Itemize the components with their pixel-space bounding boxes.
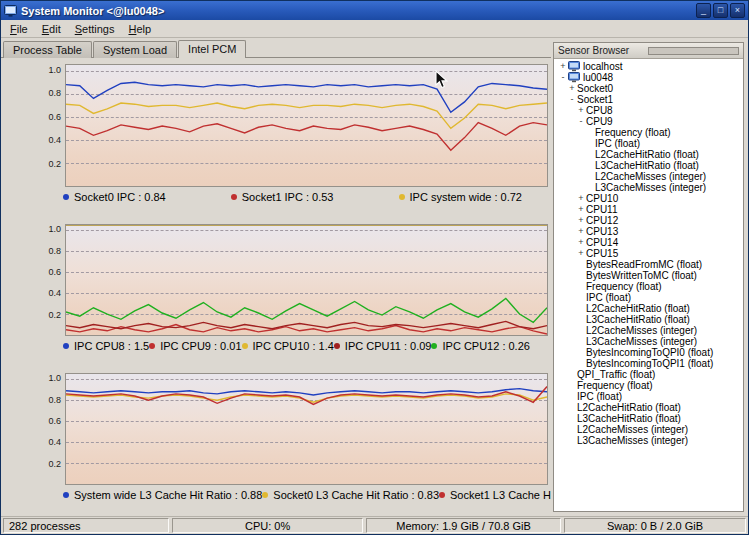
expand-icon[interactable]: + (576, 238, 586, 247)
legend-color-icon (439, 492, 445, 498)
tree-item-l2cachehitratio-float[interactable]: L2CacheHitRatio (float) (555, 149, 743, 160)
legend-color-icon (399, 194, 405, 200)
expand-icon[interactable]: + (576, 216, 586, 225)
tree-item-l2cachemisses-integer[interactable]: L2CacheMisses (integer) (555, 171, 743, 182)
menu-edit[interactable]: Edit (35, 22, 68, 36)
tree-item-cpu10[interactable]: +CPU10 (555, 193, 743, 204)
tree-item-l2cachehitratio-float[interactable]: L2CacheHitRatio (float) (555, 303, 743, 314)
expand-icon[interactable]: + (558, 62, 568, 71)
plot-l3-cache[interactable] (65, 373, 548, 485)
tree-item-socket1[interactable]: -Socket1 (555, 94, 743, 105)
tree-item-label: L3CacheMisses (integer) (586, 336, 697, 347)
collapse-icon[interactable]: - (576, 117, 586, 126)
tab-system-load[interactable]: System Load (93, 41, 177, 58)
tree-item-l3cachemisses-integer[interactable]: L3CacheMisses (integer) (555, 435, 743, 446)
legend-label: Socket0 IPC : 0.84 (74, 191, 166, 203)
expand-icon[interactable]: + (576, 106, 586, 115)
tab-process-table[interactable]: Process Table (3, 41, 92, 58)
titlebar[interactable]: System Monitor <@lu0048> _ □ × (1, 1, 748, 20)
tree-item-cpu8[interactable]: +CPU8 (555, 105, 743, 116)
tree-item-ipc-float[interactable]: IPC (float) (555, 292, 743, 303)
tree-item-label: L3CacheMisses (integer) (577, 435, 688, 446)
y-tick-label: 0.2 (48, 159, 61, 169)
series-ipc-cpu11 (66, 321, 547, 328)
legend-color-icon (242, 343, 248, 349)
tree-item-ipc-float[interactable]: IPC (float) (555, 138, 743, 149)
tree-item-l3cachehitratio-float[interactable]: L3CacheHitRatio (float) (555, 160, 743, 171)
tree-item-localhost[interactable]: +localhost (555, 61, 743, 72)
tree-item-label: L2CacheMisses (integer) (577, 424, 688, 435)
status-processes: 282 processes (3, 518, 169, 533)
menu-settings[interactable]: Settings (68, 22, 122, 36)
maximize-button[interactable]: □ (713, 3, 728, 18)
y-tick-label: 0.2 (48, 310, 61, 320)
tree-item-bytesreadfrommc-float[interactable]: BytesReadFromMC (float) (555, 259, 743, 270)
computer-icon (568, 72, 580, 83)
tree-item-qpi-traffic-float[interactable]: QPI_Traffic (float) (555, 369, 743, 380)
tree-item-bytesincomingtoqpi1-float[interactable]: BytesIncomingToQPI1 (float) (555, 358, 743, 369)
tree-item-cpu15[interactable]: +CPU15 (555, 248, 743, 259)
titlebar-buttons: _ □ × (694, 3, 745, 18)
tree-item-byteswrittentomc-float[interactable]: BytesWrittenToMC (float) (555, 270, 743, 281)
tree-item-l3cachemisses-integer[interactable]: L3CacheMisses (integer) (555, 336, 743, 347)
tree-item-cpu13[interactable]: +CPU13 (555, 226, 743, 237)
tree-item-l3cachemisses-integer[interactable]: L3CacheMisses (integer) (555, 182, 743, 193)
tree-item-lu0048[interactable]: -lu0048 (555, 72, 743, 83)
tree-item-l2cachemisses-integer[interactable]: L2CacheMisses (integer) (555, 424, 743, 435)
tree-item-socket0[interactable]: +Socket0 (555, 83, 743, 94)
legend-cpu-ipc: IPC CPU8 : 1.5IPC CPU9 : 0.01IPC CPU10 :… (38, 336, 548, 352)
tree-item-label: BytesWrittenToMC (float) (586, 270, 697, 281)
legend-item: System wide L3 Cache Hit Ratio : 0.88 (63, 489, 262, 501)
tree-item-cpu11[interactable]: +CPU11 (555, 204, 743, 215)
y-axis: 1.00.80.60.40.2 (38, 373, 65, 485)
close-button[interactable]: × (730, 3, 745, 18)
window-title: System Monitor <@lu0048> (21, 5, 694, 17)
tab-intel-pcm[interactable]: Intel PCM (178, 40, 246, 58)
y-tick-label: 0.4 (48, 437, 61, 447)
tree-item-frequency-float[interactable]: Frequency (float) (555, 281, 743, 292)
expand-icon[interactable]: + (576, 249, 586, 258)
legend-l3-cache: System wide L3 Cache Hit Ratio : 0.88Soc… (38, 485, 548, 501)
tree-item-l3cachehitratio-float[interactable]: L3CacheHitRatio (float) (555, 413, 743, 424)
expand-icon[interactable]: + (576, 205, 586, 214)
legend-item: Socket0 IPC : 0.84 (63, 191, 166, 203)
collapse-icon[interactable]: - (567, 95, 577, 104)
chart-svg (66, 225, 547, 335)
tree-item-bytesincomingtoqpi0-float[interactable]: BytesIncomingToQPI0 (float) (555, 347, 743, 358)
legend-label: Socket1 L3 Cache Hit Ratio : 0.93 (450, 489, 551, 501)
tree-item-label: L2CacheMisses (integer) (595, 171, 706, 182)
y-tick-label: 0.4 (48, 135, 61, 145)
plot-cpu-ipc[interactable] (65, 224, 548, 336)
tree-item-cpu12[interactable]: +CPU12 (555, 215, 743, 226)
tree-item-cpu14[interactable]: +CPU14 (555, 237, 743, 248)
series-ipc-cpu9 (66, 325, 547, 334)
tree-item-cpu9[interactable]: -CPU9 (555, 116, 743, 127)
collapse-icon[interactable]: - (558, 73, 568, 82)
dock-handle-icon[interactable] (648, 47, 740, 55)
expand-icon[interactable]: + (567, 84, 577, 93)
tree-item-ipc-float[interactable]: IPC (float) (555, 391, 743, 402)
menu-help[interactable]: Help (121, 22, 158, 36)
sensor-browser-header[interactable]: Sensor Browser (554, 43, 743, 59)
plot-socket-ipc[interactable] (65, 64, 548, 187)
legend-item: IPC system wide : 0.72 (399, 191, 523, 203)
expand-icon[interactable]: + (576, 194, 586, 203)
status-swap: Swap: 0 B / 2.0 GiB (564, 518, 746, 533)
tree-item-l2cachehitratio-float[interactable]: L2CacheHitRatio (float) (555, 402, 743, 413)
tree-item-l2cachemisses-integer[interactable]: L2CacheMisses (integer) (555, 325, 743, 336)
tree-item-l3cachehitratio-float[interactable]: L3CacheHitRatio (float) (555, 314, 743, 325)
tree-item-frequency-float[interactable]: Frequency (float) (555, 380, 743, 391)
tree-item-label: L2CacheHitRatio (float) (586, 303, 690, 314)
legend-item: IPC CPU10 : 1.4 (242, 340, 334, 352)
tree-item-label: Frequency (float) (586, 281, 662, 292)
menu-file[interactable]: File (3, 22, 35, 36)
tree-item-label: localhost (583, 61, 622, 72)
tree-item-label: CPU8 (586, 105, 613, 116)
y-axis: 1.00.80.60.40.2 (38, 64, 65, 187)
tree-item-label: Socket0 (577, 83, 613, 94)
legend-item: IPC CPU8 : 1.5 (63, 340, 149, 352)
minimize-button[interactable]: _ (696, 3, 711, 18)
expand-icon[interactable]: + (576, 227, 586, 236)
tree-item-frequency-float[interactable]: Frequency (float) (555, 127, 743, 138)
tree-item-label: BytesReadFromMC (float) (586, 259, 702, 270)
